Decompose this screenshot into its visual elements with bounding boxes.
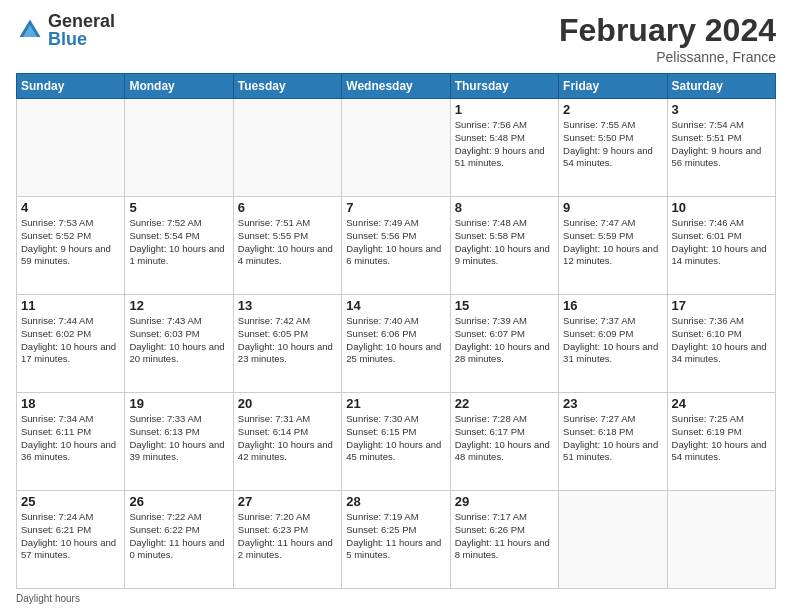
day-number: 29	[455, 494, 554, 509]
day-info: Sunrise: 7:40 AM Sunset: 6:06 PM Dayligh…	[346, 315, 445, 366]
logo: General Blue	[16, 12, 115, 48]
day-info: Sunrise: 7:48 AM Sunset: 5:58 PM Dayligh…	[455, 217, 554, 268]
day-info: Sunrise: 7:31 AM Sunset: 6:14 PM Dayligh…	[238, 413, 337, 464]
calendar-cell	[667, 491, 775, 589]
day-number: 4	[21, 200, 120, 215]
day-number: 13	[238, 298, 337, 313]
title-block: February 2024 Pelissanne, France	[559, 12, 776, 65]
calendar-cell: 6Sunrise: 7:51 AM Sunset: 5:55 PM Daylig…	[233, 197, 341, 295]
day-number: 25	[21, 494, 120, 509]
day-number: 26	[129, 494, 228, 509]
calendar-cell: 22Sunrise: 7:28 AM Sunset: 6:17 PM Dayli…	[450, 393, 558, 491]
calendar-cell: 21Sunrise: 7:30 AM Sunset: 6:15 PM Dayli…	[342, 393, 450, 491]
day-number: 1	[455, 102, 554, 117]
day-number: 10	[672, 200, 771, 215]
day-header-sunday: Sunday	[17, 74, 125, 99]
day-info: Sunrise: 7:33 AM Sunset: 6:13 PM Dayligh…	[129, 413, 228, 464]
day-number: 2	[563, 102, 662, 117]
calendar-cell: 9Sunrise: 7:47 AM Sunset: 5:59 PM Daylig…	[559, 197, 667, 295]
day-number: 23	[563, 396, 662, 411]
day-number: 12	[129, 298, 228, 313]
calendar-cell: 16Sunrise: 7:37 AM Sunset: 6:09 PM Dayli…	[559, 295, 667, 393]
calendar-cell: 29Sunrise: 7:17 AM Sunset: 6:26 PM Dayli…	[450, 491, 558, 589]
calendar-cell: 13Sunrise: 7:42 AM Sunset: 6:05 PM Dayli…	[233, 295, 341, 393]
day-number: 14	[346, 298, 445, 313]
calendar-cell: 8Sunrise: 7:48 AM Sunset: 5:58 PM Daylig…	[450, 197, 558, 295]
week-row-5: 25Sunrise: 7:24 AM Sunset: 6:21 PM Dayli…	[17, 491, 776, 589]
day-info: Sunrise: 7:28 AM Sunset: 6:17 PM Dayligh…	[455, 413, 554, 464]
day-info: Sunrise: 7:46 AM Sunset: 6:01 PM Dayligh…	[672, 217, 771, 268]
calendar-cell: 5Sunrise: 7:52 AM Sunset: 5:54 PM Daylig…	[125, 197, 233, 295]
day-number: 21	[346, 396, 445, 411]
day-info: Sunrise: 7:49 AM Sunset: 5:56 PM Dayligh…	[346, 217, 445, 268]
calendar-cell: 14Sunrise: 7:40 AM Sunset: 6:06 PM Dayli…	[342, 295, 450, 393]
day-number: 18	[21, 396, 120, 411]
calendar-title: February 2024	[559, 12, 776, 49]
header: General Blue February 2024 Pelissanne, F…	[16, 12, 776, 65]
day-header-friday: Friday	[559, 74, 667, 99]
day-info: Sunrise: 7:25 AM Sunset: 6:19 PM Dayligh…	[672, 413, 771, 464]
week-row-1: 1Sunrise: 7:56 AM Sunset: 5:48 PM Daylig…	[17, 99, 776, 197]
logo-general-text: General	[48, 12, 115, 30]
calendar-cell: 11Sunrise: 7:44 AM Sunset: 6:02 PM Dayli…	[17, 295, 125, 393]
calendar-cell	[17, 99, 125, 197]
calendar-cell: 3Sunrise: 7:54 AM Sunset: 5:51 PM Daylig…	[667, 99, 775, 197]
day-number: 7	[346, 200, 445, 215]
calendar-cell: 18Sunrise: 7:34 AM Sunset: 6:11 PM Dayli…	[17, 393, 125, 491]
day-header-monday: Monday	[125, 74, 233, 99]
day-info: Sunrise: 7:19 AM Sunset: 6:25 PM Dayligh…	[346, 511, 445, 562]
day-header-tuesday: Tuesday	[233, 74, 341, 99]
day-number: 28	[346, 494, 445, 509]
day-number: 6	[238, 200, 337, 215]
calendar-cell: 28Sunrise: 7:19 AM Sunset: 6:25 PM Dayli…	[342, 491, 450, 589]
calendar-table: SundayMondayTuesdayWednesdayThursdayFrid…	[16, 73, 776, 589]
day-number: 27	[238, 494, 337, 509]
logo-blue-text: Blue	[48, 30, 115, 48]
day-number: 24	[672, 396, 771, 411]
day-info: Sunrise: 7:34 AM Sunset: 6:11 PM Dayligh…	[21, 413, 120, 464]
calendar-cell: 26Sunrise: 7:22 AM Sunset: 6:22 PM Dayli…	[125, 491, 233, 589]
calendar-cell	[559, 491, 667, 589]
day-number: 15	[455, 298, 554, 313]
day-number: 20	[238, 396, 337, 411]
day-number: 8	[455, 200, 554, 215]
day-info: Sunrise: 7:27 AM Sunset: 6:18 PM Dayligh…	[563, 413, 662, 464]
week-row-4: 18Sunrise: 7:34 AM Sunset: 6:11 PM Dayli…	[17, 393, 776, 491]
calendar-cell: 4Sunrise: 7:53 AM Sunset: 5:52 PM Daylig…	[17, 197, 125, 295]
day-info: Sunrise: 7:20 AM Sunset: 6:23 PM Dayligh…	[238, 511, 337, 562]
calendar-cell: 1Sunrise: 7:56 AM Sunset: 5:48 PM Daylig…	[450, 99, 558, 197]
day-info: Sunrise: 7:22 AM Sunset: 6:22 PM Dayligh…	[129, 511, 228, 562]
day-number: 22	[455, 396, 554, 411]
calendar-cell: 19Sunrise: 7:33 AM Sunset: 6:13 PM Dayli…	[125, 393, 233, 491]
day-info: Sunrise: 7:53 AM Sunset: 5:52 PM Dayligh…	[21, 217, 120, 268]
day-header-saturday: Saturday	[667, 74, 775, 99]
calendar-cell: 7Sunrise: 7:49 AM Sunset: 5:56 PM Daylig…	[342, 197, 450, 295]
day-number: 17	[672, 298, 771, 313]
calendar-cell: 27Sunrise: 7:20 AM Sunset: 6:23 PM Dayli…	[233, 491, 341, 589]
day-number: 11	[21, 298, 120, 313]
day-header-thursday: Thursday	[450, 74, 558, 99]
day-info: Sunrise: 7:39 AM Sunset: 6:07 PM Dayligh…	[455, 315, 554, 366]
calendar-location: Pelissanne, France	[559, 49, 776, 65]
day-info: Sunrise: 7:30 AM Sunset: 6:15 PM Dayligh…	[346, 413, 445, 464]
page: General Blue February 2024 Pelissanne, F…	[0, 0, 792, 612]
logo-icon	[16, 16, 44, 44]
day-info: Sunrise: 7:42 AM Sunset: 6:05 PM Dayligh…	[238, 315, 337, 366]
calendar-cell: 12Sunrise: 7:43 AM Sunset: 6:03 PM Dayli…	[125, 295, 233, 393]
calendar-cell: 15Sunrise: 7:39 AM Sunset: 6:07 PM Dayli…	[450, 295, 558, 393]
logo-text: General Blue	[48, 12, 115, 48]
day-number: 16	[563, 298, 662, 313]
calendar-cell: 25Sunrise: 7:24 AM Sunset: 6:21 PM Dayli…	[17, 491, 125, 589]
day-info: Sunrise: 7:17 AM Sunset: 6:26 PM Dayligh…	[455, 511, 554, 562]
day-info: Sunrise: 7:44 AM Sunset: 6:02 PM Dayligh…	[21, 315, 120, 366]
day-info: Sunrise: 7:56 AM Sunset: 5:48 PM Dayligh…	[455, 119, 554, 170]
calendar-cell: 17Sunrise: 7:36 AM Sunset: 6:10 PM Dayli…	[667, 295, 775, 393]
calendar-cell: 23Sunrise: 7:27 AM Sunset: 6:18 PM Dayli…	[559, 393, 667, 491]
day-header-row: SundayMondayTuesdayWednesdayThursdayFrid…	[17, 74, 776, 99]
day-info: Sunrise: 7:52 AM Sunset: 5:54 PM Dayligh…	[129, 217, 228, 268]
day-info: Sunrise: 7:36 AM Sunset: 6:10 PM Dayligh…	[672, 315, 771, 366]
day-number: 9	[563, 200, 662, 215]
day-header-wednesday: Wednesday	[342, 74, 450, 99]
day-info: Sunrise: 7:37 AM Sunset: 6:09 PM Dayligh…	[563, 315, 662, 366]
day-number: 19	[129, 396, 228, 411]
